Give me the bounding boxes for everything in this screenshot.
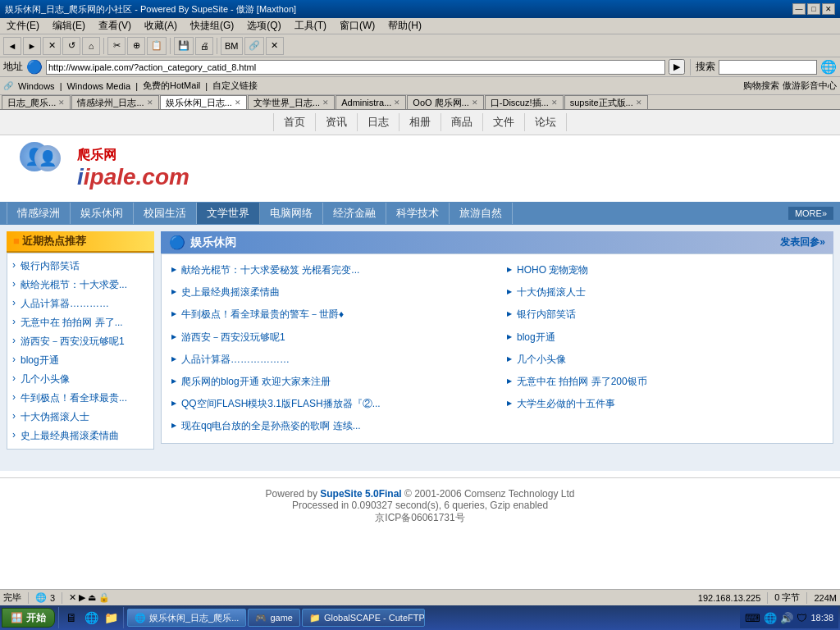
content-item-2[interactable]: 牛到极点！看全球最贵的警车－世爵♦ [168,304,491,326]
copy-button[interactable]: ⊕ [127,37,145,55]
tab-7[interactable]: supsite正式版... ✕ [564,95,648,109]
content-item-r3[interactable]: blog开通 [504,326,826,349]
main-nav-7[interactable]: 旅游自然 [450,203,513,224]
tray-icon-antivirus[interactable]: 🛡 [797,612,807,624]
menu-tools[interactable]: 工具(T) [291,19,330,33]
tab-1[interactable]: 情感绿州_日志... ✕ [71,95,158,109]
taskbar-window-0[interactable]: 🌐 娱乐休闲_日志_爬乐... [127,609,246,627]
menu-file[interactable]: 文件(E) [3,19,43,33]
sidebar-item-6[interactable]: 几个小头像 [7,370,153,389]
sidebar-item-8[interactable]: 十大伪摇滚人士 [7,408,153,427]
top-nav-album[interactable]: 相册 [399,113,441,131]
recommend-link[interactable]: 发表回参» [780,235,825,249]
tab-0[interactable]: 日志_爬乐... ✕ [2,95,71,109]
tab-3[interactable]: 文学世界_日志... ✕ [248,95,335,109]
quick-launch-folder[interactable]: 📁 [102,609,120,627]
menu-view[interactable]: 查看(V) [95,19,135,33]
paste-button[interactable]: 📋 [147,37,167,55]
sidebar-item-5[interactable]: blog开通 [7,351,153,370]
tray-icon-keyboard[interactable]: ⌨ [745,612,760,624]
menu-options[interactable]: 选项(Q) [244,19,284,33]
close-button[interactable]: ✕ [822,3,835,15]
tab-close-5[interactable]: ✕ [472,98,478,107]
start-button[interactable]: 🪟 开始 [2,608,55,628]
cut-button[interactable]: ✂ [107,37,126,55]
top-nav-goods[interactable]: 商品 [441,113,483,131]
main-nav-0[interactable]: 情感绿洲 [7,203,71,224]
content-item-r1[interactable]: 十大伪摇滚人士 [504,281,826,304]
print-button[interactable]: 🖨 [195,37,213,55]
savepage-button[interactable]: 💾 [174,37,194,55]
links-bar-item-windows[interactable]: Windows [18,81,55,91]
main-nav-4[interactable]: 电脑网络 [260,203,323,224]
content-item-r6[interactable]: 大学生必做的十五件事 [504,393,826,415]
tab-2[interactable]: 娱乐休闲_日志... ✕ [160,95,247,110]
content-item-7[interactable]: 现在qq电台放的全是孙燕姿的歌啊 连续... [168,415,491,437]
home-button[interactable]: ⌂ [82,37,100,55]
photo-link[interactable]: 傲游影音中心 [783,80,837,92]
tab-close-6[interactable]: ✕ [551,98,558,107]
main-nav-more[interactable]: MORE» [788,207,833,220]
menu-window[interactable]: 窗口(W) [336,19,378,33]
menu-edit[interactable]: 编辑(E) [49,19,89,33]
content-item-r2[interactable]: 银行内部笑话 [504,304,826,326]
content-item-4[interactable]: 人品计算器……………… [168,349,491,371]
top-nav-forum[interactable]: 论坛 [525,113,567,131]
tab-close-4[interactable]: ✕ [394,98,400,107]
minimize-button[interactable]: — [792,3,806,15]
sidebar-item-1[interactable]: 献给光棍节：十大求爱... [7,276,153,294]
top-nav-home[interactable]: 首页 [273,113,316,131]
tab-close-3[interactable]: ✕ [322,98,329,107]
main-nav-5[interactable]: 经济金融 [323,203,386,224]
tray-icon-network[interactable]: 🌐 [764,612,777,624]
link-button[interactable]: 🔗 [244,37,264,55]
address-input[interactable] [46,60,665,75]
content-item-1[interactable]: 史上最经典摇滚柔情曲 [168,281,491,304]
taskbar-window-2[interactable]: 📁 GlobalSCAPE - CuteFTP... [302,609,425,627]
menu-help[interactable]: 帮助(H) [385,19,425,33]
sidebar-item-3[interactable]: 无意中在 拍拍网 弄了... [7,313,153,332]
close-tab-button[interactable]: ✕ [266,37,284,55]
menu-favorites[interactable]: 收藏(A) [141,19,180,33]
bm-button[interactable]: BM [221,37,243,55]
main-nav-1[interactable]: 娱乐休闲 [71,203,134,224]
tab-5[interactable]: OoO 爬乐网... ✕ [407,95,483,109]
back-button[interactable]: ◄ [3,37,21,55]
stop-button[interactable]: ✕ [43,37,61,55]
sidebar-item-7[interactable]: 牛到极点！看全球最贵... [7,389,153,408]
menu-groups[interactable]: 快捷组(G) [187,19,237,33]
tab-6[interactable]: 口-Discuz!插... ✕ [485,95,564,109]
links-bar-item-hotmail[interactable]: 免费的HotMail [143,80,200,92]
sidebar-item-4[interactable]: 游西安－西安没玩够呢1 [7,332,153,351]
sidebar-item-9[interactable]: 史上最经典摇滚柔情曲 [7,427,153,445]
content-item-6[interactable]: QQ空间FLASH模块3.1版FLASH播放器『②... [168,393,491,415]
top-nav-news[interactable]: 资讯 [316,113,358,131]
top-nav-diary[interactable]: 日志 [358,113,399,131]
quick-launch-ie[interactable]: 🌐 [82,609,100,627]
search-input[interactable] [719,60,817,75]
go-button[interactable]: ▶ [669,59,685,75]
tab-close-7[interactable]: ✕ [636,98,642,107]
links-bar-item-custom[interactable]: 自定义链接 [212,80,258,92]
tab-4[interactable]: Administra... ✕ [336,95,406,109]
content-item-5[interactable]: 爬乐网的blog开通 欢迎大家来注册 [168,371,491,393]
tray-icon-volume[interactable]: 🔊 [780,612,793,624]
main-nav-2[interactable]: 校园生活 [134,203,197,224]
sidebar-item-0[interactable]: 银行内部笑话 [7,257,153,276]
content-item-r5[interactable]: 无意中在 拍拍网 弄了200银币 [504,371,826,393]
links-bar-item-windows-media[interactable]: Windows Media [66,81,130,91]
refresh-button[interactable]: ↺ [62,37,80,55]
window-controls[interactable]: — □ ✕ [792,3,835,15]
main-nav-6[interactable]: 科学技术 [386,203,450,224]
content-item-3[interactable]: 游西安－西安没玩够呢1 [168,326,491,349]
shopping-link[interactable]: 购物搜索 [743,80,779,92]
sidebar-item-2[interactable]: 人品计算器………… [7,294,153,313]
tab-close-0[interactable]: ✕ [58,98,65,107]
top-nav-files[interactable]: 文件 [483,113,525,131]
main-nav-3[interactable]: 文学世界 [197,203,260,224]
content-item-r0[interactable]: HOHO 宠物宠物 [504,259,826,281]
taskbar-window-1[interactable]: 🎮 game [248,609,300,627]
forward-button[interactable]: ► [23,37,41,55]
footer-software-link[interactable]: SupeSite 5.0Final [320,488,401,500]
content-item-r4[interactable]: 几个小头像 [504,349,826,371]
